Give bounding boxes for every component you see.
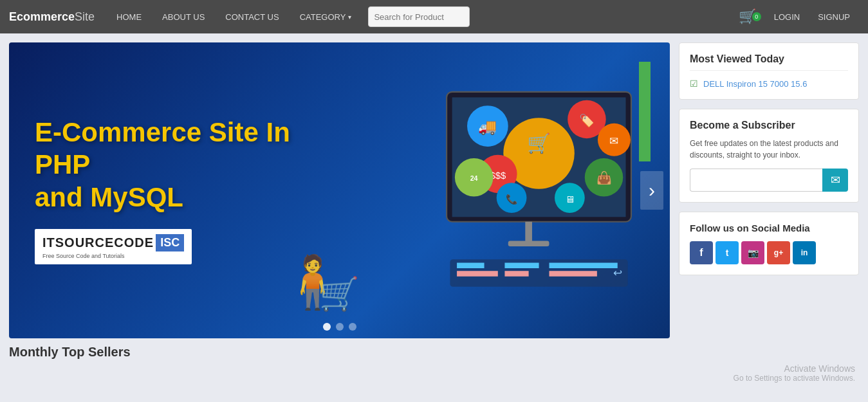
slide-logo-box: ITSOURCECODE ISC Free Source Code and Tu… [35,229,192,264]
svg-rect-23 [457,263,485,269]
svg-rect-28 [549,271,597,277]
svg-text:↩: ↩ [613,267,622,279]
nav-category[interactable]: CATEGORY ▾ [290,0,362,33]
slider-next-button[interactable]: › [640,171,663,210]
svg-text:👜: 👜 [596,170,612,185]
signup-button[interactable]: SIGNUP [809,0,859,33]
dot-3[interactable] [349,323,356,331]
email-row: ✉ [690,169,848,192]
email-input[interactable] [690,169,822,192]
social-card: Follow us on Social Media f t 📷 g+ in [679,212,859,275]
left-column: E-Commerce Site In PHP and MySQL ITSOURC… [9,42,670,385]
cart-button[interactable]: 🛒 0 [730,8,765,25]
nav-contact[interactable]: CONTACT US [215,0,289,33]
svg-text:🛒: 🛒 [527,132,551,155]
monthly-top-sellers: Monthly Top Sellers [9,345,670,360]
instagram-button[interactable]: 📷 [741,241,764,264]
dot-1[interactable] [323,323,331,331]
navbar-right: 🛒 0 LOGIN SIGNUP [730,0,859,33]
navbar: EcommerceSite HOME ABOUT US CONTACT US C… [0,0,868,33]
slide-title-line2: and MySQL [35,182,183,212]
hero-slider: E-Commerce Site In PHP and MySQL ITSOURC… [9,42,670,338]
main-content: E-Commerce Site In PHP and MySQL ITSOURC… [0,33,868,394]
svg-text:24: 24 [470,174,478,182]
sidebar: Most Viewed Today ☑ DELL Inspiron 15 700… [679,42,859,385]
svg-text:🚚: 🚚 [478,118,497,136]
email-send-icon: ✉ [831,173,840,187]
slide-visual: 🛒 🚚 🏷️ $$$ 24 [293,62,651,319]
svg-rect-26 [504,271,528,277]
subscriber-title: Become a Subscriber [690,120,848,131]
slide-content: E-Commerce Site In PHP and MySQL ITSOURC… [9,42,670,338]
slide-title: E-Commerce Site In PHP and MySQL [35,116,293,214]
logo-box-label: ISC [156,234,184,251]
nav-home[interactable]: HOME [106,0,152,33]
search-input[interactable] [368,6,470,27]
most-viewed-item: ☑ DELL Inspiron 15 7000 15.6 [690,78,848,89]
cart-badge: 0 [752,12,761,21]
twitter-button[interactable]: t [716,241,739,264]
svg-text:📞: 📞 [506,194,518,205]
googleplus-button[interactable]: g+ [767,241,790,264]
logo-subtitle: Free Source Code and Tutorials [42,253,184,259]
email-submit-button[interactable]: ✉ [822,169,848,192]
svg-text:✉: ✉ [609,135,618,147]
facebook-button[interactable]: f [690,241,713,264]
most-viewed-title: Most Viewed Today [690,53,848,71]
slide-cart: 🛒 [319,275,359,313]
subscriber-text: Get free updates on the latest products … [690,138,848,161]
nav-links: HOME ABOUT US CONTACT US CATEGORY ▾ [106,0,362,33]
dot-2[interactable] [336,323,344,331]
category-caret: ▾ [348,14,351,21]
carousel-dots [323,323,356,331]
monitor-svg: 🛒 🚚 🏷️ $$$ 24 [400,71,644,290]
slide-title-line1: E-Commerce Site In PHP [35,117,290,179]
social-icons: f t 📷 g+ in [690,241,848,264]
svg-text:🏷️: 🏷️ [579,113,595,128]
svg-rect-24 [457,271,498,277]
svg-rect-2 [525,222,532,242]
svg-text:🖥: 🖥 [565,194,575,205]
monthly-sellers-title: Monthly Top Sellers [9,345,670,360]
svg-rect-25 [504,263,539,269]
most-viewed-link[interactable]: DELL Inspiron 15 7000 15.6 [703,79,807,89]
linkedin-button[interactable]: in [793,241,816,264]
check-icon: ☑ [690,78,698,89]
logo-text: ITSOURCECODE [42,235,154,250]
svg-rect-3 [508,241,549,247]
brand-bold: Ecommerce [9,10,75,23]
svg-rect-27 [549,263,618,269]
login-button[interactable]: LOGIN [765,0,809,33]
social-title: Follow us on Social Media [690,223,848,233]
nav-about[interactable]: ABOUT US [152,0,215,33]
slide-text: E-Commerce Site In PHP and MySQL ITSOURC… [35,116,293,264]
brand-light: Site [75,10,95,23]
subscriber-card: Become a Subscriber Get free updates on … [679,109,859,203]
most-viewed-card: Most Viewed Today ☑ DELL Inspiron 15 700… [679,42,859,100]
category-label: CATEGORY [300,12,346,22]
slide-logo-main: ITSOURCECODE ISC [42,234,184,251]
navbar-brand[interactable]: EcommerceSite [9,10,95,24]
